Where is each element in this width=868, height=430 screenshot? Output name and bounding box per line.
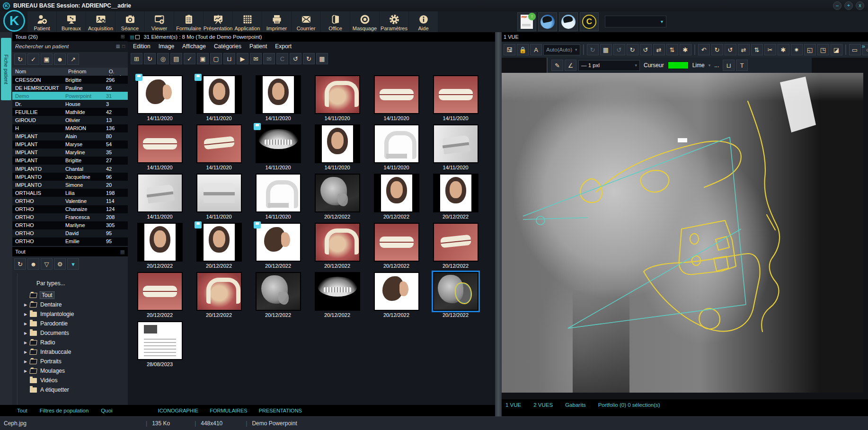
grid-icon[interactable]: ▦	[120, 249, 125, 255]
save-icon[interactable]: 🖫	[504, 44, 515, 55]
refresh-icon[interactable]: ↻	[14, 258, 26, 270]
app-logo-big-icon[interactable]: K	[3, 10, 25, 32]
angle-measure-icon[interactable]: ∠	[565, 60, 576, 71]
thumbnail[interactable]: 20/12/2022	[189, 271, 248, 320]
thumbnail[interactable]: 14/11/2020	[189, 172, 248, 221]
line-width-dropdown[interactable]: — 1 pxl▾	[578, 60, 640, 71]
patient-row[interactable]: IMPLANT Maryline 35	[12, 149, 128, 157]
toolbar-application[interactable]: Application	[233, 11, 262, 32]
toolbar-patient[interactable]: Patient	[27, 11, 56, 32]
tab-item[interactable]: Tout	[17, 408, 27, 413]
thumbnail[interactable]: 14/11/2020	[130, 172, 189, 221]
patient-row[interactable]: ORTHO Marilyne 305	[12, 221, 128, 229]
patient-row[interactable]: ORTHO David 95	[12, 229, 128, 237]
tab-item[interactable]: Portfolio (0) 0 sélection(s)	[598, 402, 660, 408]
flip-vertical-icon[interactable]: ⇅	[666, 44, 678, 55]
video-icon[interactable]: ▶	[237, 53, 248, 64]
list-settings-icon[interactable]: ▤	[170, 53, 182, 64]
rotate-cw-icon[interactable]: ↻	[627, 44, 638, 55]
patient-row[interactable]: IMPLANTO Simone 20	[12, 181, 128, 189]
patient-row[interactable]: FEUILLIE Mathilde 42	[12, 108, 128, 116]
thumbnail[interactable]: 14/11/2020	[248, 123, 308, 172]
toolbar-presentation[interactable]: Présentation	[204, 11, 232, 32]
record-icon[interactable]: ◎	[157, 53, 169, 64]
tree-item[interactable]: ▶ Vidéos	[23, 376, 126, 385]
thumbnail[interactable]: 14/11/2020	[426, 74, 485, 123]
thumbnail[interactable]: 20/12/2022	[248, 271, 308, 320]
patient-row[interactable]: ORTHO Valentine 114	[12, 197, 128, 205]
close-button[interactable]: x	[856, 1, 864, 10]
color-swatch[interactable]	[668, 61, 689, 69]
tree-item[interactable]: ▶ Tout	[23, 290, 126, 300]
export-csv-icon[interactable]: ↗	[67, 53, 79, 65]
patient-row[interactable]: CRESSON Brigitte 296	[12, 76, 128, 84]
thumbnail[interactable]: 14/11/2020	[189, 123, 248, 172]
category-filter-bar[interactable]: Tout ▦	[12, 247, 128, 256]
menu-item[interactable]: Catégories	[214, 43, 241, 50]
tree-item[interactable]: ▶ Parodontie	[23, 319, 126, 328]
thumbnail[interactable]: 14/11/2020	[308, 123, 367, 172]
patient-row[interactable]: ORTHO Chanaize 124	[12, 205, 128, 213]
tab-item[interactable]: 2 VUES	[533, 402, 553, 408]
tab-item[interactable]: ICONOGRAPHIE	[158, 408, 199, 413]
column-prenom[interactable]: Prénom	[65, 68, 106, 76]
frame-resize-icon[interactable]: ◳	[817, 44, 829, 55]
flip-horizontal-icon[interactable]: ⇄	[653, 44, 665, 55]
toolbar-overflow-chevron[interactable]: »	[862, 43, 865, 50]
checkbox-icon[interactable]: □	[122, 44, 125, 49]
thumbnail[interactable]: 14/11/2020	[367, 123, 426, 172]
filter-funnel-icon[interactable]: ▽	[41, 258, 53, 270]
thumbnail[interactable]: 20/12/2022	[367, 271, 426, 320]
toolbar-formulaire[interactable]: Formulaire	[174, 11, 203, 32]
refresh-icon[interactable]: ↻	[144, 53, 156, 64]
thumbnail[interactable]: 14/11/2020	[130, 123, 189, 172]
patient-row[interactable]: IMPLANT Maryse 54	[12, 140, 128, 149]
orca-cloud-app-button[interactable]	[559, 12, 578, 31]
rotate-ccw-icon[interactable]: ↺	[613, 44, 625, 55]
thumbnail[interactable]: 20/12/2022	[189, 221, 248, 271]
copy-check-icon[interactable]: ▣	[41, 53, 53, 65]
user-filter-icon[interactable]: ☻	[27, 258, 39, 270]
types-panel-title[interactable]: Par types...	[18, 273, 126, 290]
column-nomb[interactable]: O. Nomb	[106, 68, 125, 76]
patient-row[interactable]: DE HEMRICOURT Pauline 65	[12, 84, 128, 92]
expand-arrow-icon[interactable]: ▶	[24, 312, 28, 316]
text-annotation-icon[interactable]: A	[530, 44, 542, 55]
copy-icon[interactable]: ▣	[197, 53, 209, 64]
crop-icon[interactable]: ✂	[764, 44, 776, 55]
thumbnail[interactable]: 28/08/2023	[130, 320, 189, 369]
chevron-down-icon[interactable]: ▾	[709, 63, 711, 68]
menu-item[interactable]: Image	[159, 43, 174, 50]
thumbnail[interactable]: 20/12/2022	[130, 221, 189, 271]
patient-list-header[interactable]: Tous (26) ⊞	[12, 32, 128, 41]
expand-arrow-icon[interactable]: ▶	[24, 331, 28, 335]
toolbar-aide[interactable]: Aide	[409, 11, 438, 32]
thumbnail[interactable]: 20/12/2022	[308, 221, 367, 271]
panel-splitter[interactable]	[495, 32, 502, 416]
tree-item[interactable]: ▶ Moulages	[23, 366, 126, 376]
thumbnail[interactable]: 20/12/2022	[426, 172, 485, 221]
toolbar-seance[interactable]: Séance	[115, 11, 144, 32]
maximize-button[interactable]: +	[844, 1, 853, 10]
check-circle-icon[interactable]: ✓	[27, 53, 39, 65]
c-ring-icon[interactable]: C	[276, 53, 288, 64]
expand-arrow-icon[interactable]: ▶	[24, 322, 28, 326]
thumbnail[interactable]: 20/12/2022	[426, 271, 485, 320]
sparkles-icon[interactable]: ✷	[791, 44, 803, 55]
thumbnail[interactable]: 14/11/2020	[308, 74, 367, 123]
tree-item[interactable]: ▶ Dentaire	[23, 300, 126, 309]
toolbar-courrier[interactable]: Courrier	[292, 11, 320, 32]
thumbnail[interactable]: 14/11/2020	[189, 74, 248, 123]
session-dropdown[interactable]: ▾	[605, 16, 666, 27]
gear-icon[interactable]: ⚙	[54, 258, 66, 270]
duplicate-icon[interactable]: ▢	[210, 53, 222, 64]
thumbnail[interactable]: 20/12/2022	[426, 221, 485, 271]
rotate-cw-icon[interactable]: ↻	[303, 53, 315, 64]
patient-row[interactable]: IMPLANT Brigitte 27	[12, 157, 128, 165]
check-circle-icon[interactable]: ✓	[184, 53, 195, 64]
patient-row[interactable]: H MARION 136	[12, 124, 128, 132]
patient-row[interactable]: IMPLANTO Chantal 42	[12, 165, 128, 173]
user-add-icon[interactable]: ☻	[54, 53, 66, 65]
flip-horizontal-icon[interactable]: ⇄	[738, 44, 750, 55]
thumbnail[interactable]: 20/12/2022	[308, 271, 367, 320]
